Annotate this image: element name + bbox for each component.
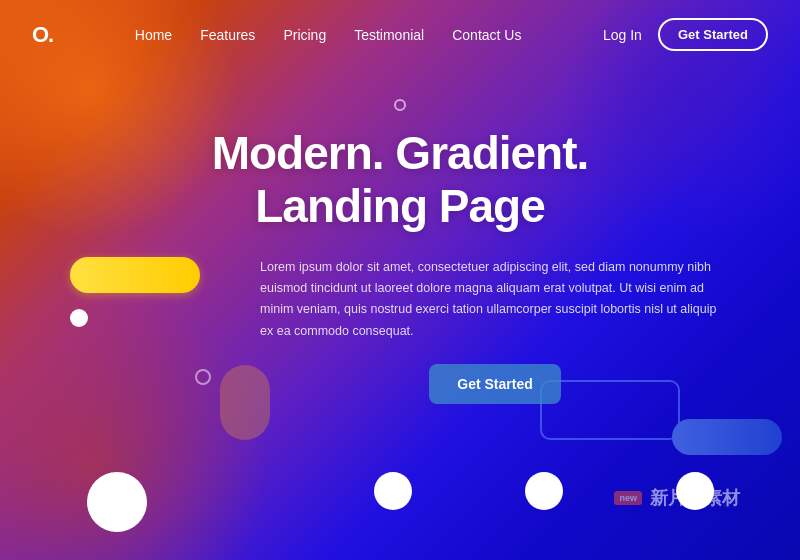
get-started-hero-button[interactable]: Get Started (429, 364, 560, 404)
nav-testimonial[interactable]: Testimonial (354, 27, 424, 43)
get-started-nav-button[interactable]: Get Started (658, 18, 768, 51)
login-button[interactable]: Log In (603, 27, 642, 43)
watermark: new 新片场素材 (614, 486, 740, 510)
nav-features[interactable]: Features (200, 27, 255, 43)
spacer (260, 472, 261, 532)
bottom-circle-1 (87, 472, 147, 532)
hero-title: Modern. Gradient. Landing Page (212, 127, 589, 233)
watermark-badge: new (614, 491, 642, 505)
deco-blue-pill (672, 419, 782, 455)
nav-contact[interactable]: Contact Us (452, 27, 521, 43)
hero-body-text: Lorem ipsum dolor sit amet, consectetuer… (260, 257, 730, 342)
hero-body: Lorem ipsum dolor sit amet, consectetuer… (70, 257, 730, 404)
nav-links: Home Features Pricing Testimonial Contac… (135, 27, 522, 43)
hero-section: Modern. Gradient. Landing Page Lorem ips… (0, 69, 800, 404)
navbar: O. Home Features Pricing Testimonial Con… (0, 0, 800, 69)
bottom-circle-3 (525, 472, 563, 510)
yellow-pill-decoration (70, 257, 200, 293)
watermark-text: 新片场素材 (650, 486, 740, 510)
nav-actions: Log In Get Started (603, 18, 768, 51)
nav-home[interactable]: Home (135, 27, 172, 43)
white-circle-small-decoration (70, 309, 88, 327)
hero-text-block: Lorem ipsum dolor sit amet, consectetuer… (260, 257, 730, 404)
nav-pricing[interactable]: Pricing (283, 27, 326, 43)
bottom-circle-2 (374, 472, 412, 510)
logo: O. (32, 22, 53, 48)
hero-small-circle-decoration (394, 99, 406, 111)
page-wrapper: O. Home Features Pricing Testimonial Con… (0, 0, 800, 560)
hero-left-decorations (70, 257, 200, 327)
